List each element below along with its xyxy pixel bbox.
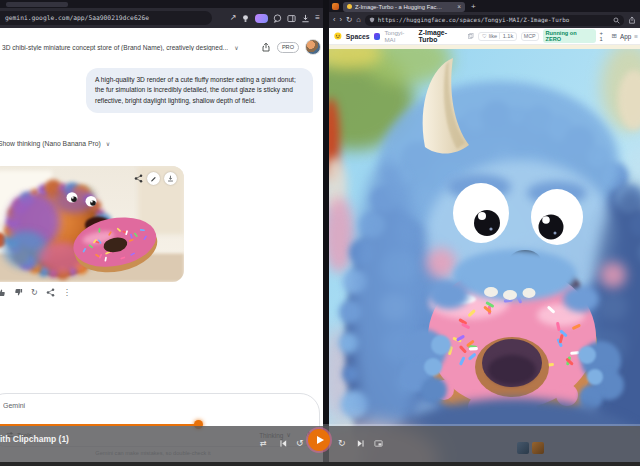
copy-icon[interactable] xyxy=(468,33,474,39)
browser-toolbar: gemini.google.com/app/5aa900219dce626e ↗… xyxy=(0,8,323,28)
sidebar-icon[interactable] xyxy=(287,14,296,23)
monster-donut-image xyxy=(329,45,640,466)
shield-icon[interactable] xyxy=(369,17,375,23)
app-grid-icon: ⊞ xyxy=(612,32,617,40)
like-count: 1.1k xyxy=(499,33,513,39)
zoom-page-icon[interactable] xyxy=(613,17,620,24)
heart-icon: ♡ xyxy=(482,33,487,39)
play-icon xyxy=(317,436,324,444)
generated-image-card[interactable] xyxy=(0,166,184,282)
pro-badge: PRO xyxy=(277,42,299,53)
chevron-down-icon[interactable]: ∨ xyxy=(234,44,238,51)
media-player-overlay: ith Clipchamp (1) ⇄ ↺ ↻ xyxy=(0,418,640,466)
spaces-link[interactable]: Spaces xyxy=(346,33,370,40)
gemini-browser-window: gemini.google.com/app/5aa900219dce626e ↗… xyxy=(0,0,323,466)
extension-icon[interactable] xyxy=(241,14,250,23)
share-page-icon[interactable] xyxy=(628,16,636,24)
chat-icon[interactable] xyxy=(273,14,282,23)
files-icon[interactable]: ≡ xyxy=(634,33,638,40)
share-response-icon[interactable] xyxy=(46,288,55,297)
mini-player-icon[interactable] xyxy=(374,439,383,448)
like-label: like xyxy=(489,33,497,39)
video-title: ith Clipchamp (1) xyxy=(0,434,69,444)
forward-icon[interactable]: › xyxy=(340,12,343,28)
downloads-icon[interactable] xyxy=(301,14,310,23)
browser-app-icon[interactable] xyxy=(332,3,339,10)
app-tab[interactable]: App xyxy=(620,33,631,40)
copilot-icon[interactable] xyxy=(255,14,268,23)
show-thinking-label: Show thinking (Nano Banana Pro) xyxy=(0,140,101,147)
browser-tab[interactable] xyxy=(6,2,68,7)
video-player-screen: gemini.google.com/app/5aa900219dce626e ↗… xyxy=(0,0,640,466)
address-bar[interactable]: https://huggingface.co/spaces/Tongyi-MAI… xyxy=(365,15,624,26)
player-control-bar: ith Clipchamp (1) ⇄ ↺ ↻ xyxy=(0,426,640,462)
collaborators-badge[interactable]: + 1 xyxy=(600,30,608,42)
browser-tab[interactable]: Z-Image-Turbo - a Hugging Fac… × xyxy=(343,2,465,12)
conversation-title[interactable]: 3D chibi-style miniature concept store o… xyxy=(2,44,228,51)
conversation-header: 3D chibi-style miniature concept store o… xyxy=(2,38,321,56)
close-tab-icon[interactable]: × xyxy=(457,3,461,10)
tab-favicon xyxy=(347,4,352,9)
fast-forward-icon[interactable]: ↻ xyxy=(338,438,346,448)
next-track-icon[interactable] xyxy=(356,439,365,448)
browser-toolbar: ‹ › ↻ ⌂ https://huggingface.co/spaces/To… xyxy=(329,12,640,28)
new-tab-button[interactable]: + xyxy=(471,2,476,11)
mcp-badge: MCP xyxy=(521,32,539,41)
huggingface-browser-window: Z-Image-Turbo - a Hugging Fac… × + ‹ › ↻… xyxy=(329,0,640,466)
tab-title: Z-Image-Turbo - a Hugging Fac… xyxy=(355,4,454,10)
play-button[interactable] xyxy=(308,429,330,451)
thumbs-down-icon[interactable] xyxy=(14,288,23,297)
browser-tab-strip: Z-Image-Turbo - a Hugging Fac… × + xyxy=(329,0,640,12)
avatar[interactable] xyxy=(305,39,321,55)
huggingface-logo-icon[interactable] xyxy=(334,32,342,40)
space-name[interactable]: Z-Image-Turbo xyxy=(419,29,465,43)
back-icon[interactable]: ‹ xyxy=(333,12,336,28)
rewind-icon[interactable]: ↺ xyxy=(296,438,304,448)
thumbnail-icon-2[interactable] xyxy=(532,442,544,454)
prompt-input[interactable] xyxy=(3,402,283,409)
menu-icon[interactable]: ≡ xyxy=(315,11,320,25)
space-output-image xyxy=(329,45,640,466)
share-conversation-icon[interactable] xyxy=(261,42,271,52)
reload-icon[interactable]: ↻ xyxy=(346,12,352,28)
player-bottom-strip xyxy=(0,462,640,466)
status-badge[interactable]: Running on ZERO xyxy=(543,29,596,43)
url-text: https://huggingface.co/spaces/Tongyi-MAI… xyxy=(378,17,610,23)
app-top-strip xyxy=(329,45,640,49)
user-prompt-bubble: A high-quality 3D render of a cute fluff… xyxy=(86,68,313,113)
org-name-link[interactable]: Tongyi-MAI xyxy=(384,29,414,43)
chevron-down-icon: ∨ xyxy=(106,140,110,147)
shuffle-icon[interactable]: ⇄ xyxy=(260,439,267,448)
like-button[interactable]: ♡ like 1.1k xyxy=(478,32,517,41)
address-bar[interactable]: gemini.google.com/app/5aa900219dce626e xyxy=(0,11,212,25)
show-thinking-toggle[interactable]: Show thinking (Nano Banana Pro) ∨ xyxy=(0,140,110,147)
response-actions: ↻ ⋮ xyxy=(0,288,71,297)
share-page-icon[interactable]: ↗ xyxy=(230,11,237,25)
generated-image xyxy=(0,166,184,282)
huggingface-header: Spaces Tongyi-MAI Z-Image-Turbo ♡ like 1… xyxy=(329,28,640,45)
home-icon[interactable]: ⌂ xyxy=(356,12,361,28)
thumbs-up-icon[interactable] xyxy=(0,288,6,297)
regenerate-icon[interactable]: ↻ xyxy=(31,288,38,297)
gemini-page: 3D chibi-style miniature concept store o… xyxy=(0,28,323,466)
org-avatar[interactable] xyxy=(374,33,381,40)
browser-tab-strip xyxy=(0,0,323,8)
more-options-icon[interactable]: ⋮ xyxy=(63,288,71,297)
previous-track-icon[interactable] xyxy=(279,439,288,448)
thumbnail-icon-1[interactable] xyxy=(517,442,529,454)
